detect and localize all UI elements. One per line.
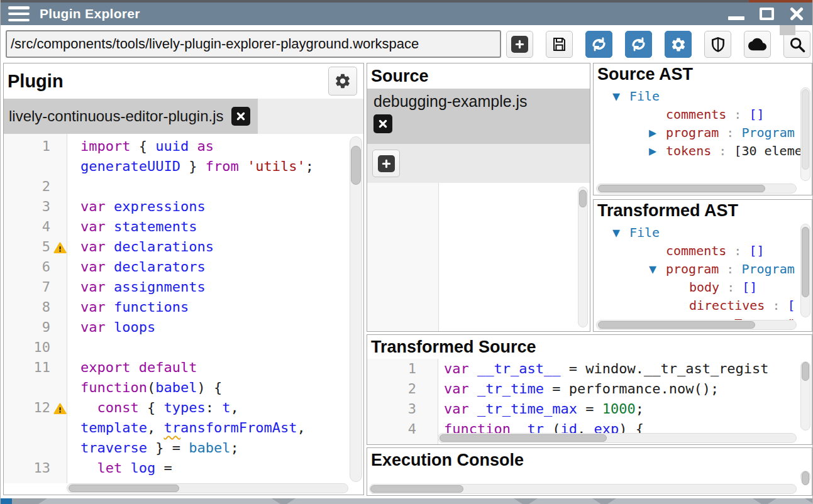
execution-console-title: Execution Console [371, 451, 524, 470]
collapse-icon[interactable]: ▼ [612, 224, 629, 242]
code-text: let log = [67, 458, 172, 478]
ast-node: comments : [] [594, 242, 800, 260]
line-number: 7 [4, 277, 67, 297]
plugin-tab-close-button[interactable] [231, 107, 250, 126]
tree-indent [649, 242, 666, 260]
line-number: 13 [4, 458, 67, 478]
source-tab-close-button[interactable] [373, 114, 392, 133]
background-tab[interactable] [607, 498, 761, 504]
background-tab[interactable] [768, 498, 813, 504]
tree-indent [672, 297, 689, 315]
code-line: 1import { uuid as [4, 136, 350, 156]
background-tab[interactable] [529, 498, 601, 504]
ast-key: program [666, 261, 719, 277]
source-tab-label: debugging-example.js [373, 92, 583, 111]
transformed-source-editor[interactable]: 1var __tr_ast__ = window.__tr_ast_regist… [367, 359, 800, 444]
cloud-button[interactable] [744, 31, 771, 58]
ast-node: ▼File [594, 87, 800, 106]
close-icon [235, 110, 247, 123]
taskbar-band [1, 498, 812, 504]
plugin-tab[interactable]: lively-continuous-editor-plugin.js [4, 99, 258, 134]
save-button[interactable] [546, 31, 573, 58]
scroll-thumb[interactable] [351, 146, 361, 185]
plugin-editor-vertical-scrollbar[interactable] [350, 136, 362, 482]
refresh-button[interactable] [625, 31, 652, 58]
ast-node: ▶program : Program [594, 124, 800, 142]
code-line: 11export default [4, 358, 350, 378]
line-number: 6 [4, 257, 67, 277]
scroll-thumb[interactable] [802, 362, 809, 381]
scrollbar-artifact [780, 25, 795, 35]
ast-node: ▶tokens : [30 elements] [594, 142, 800, 160]
refresh-button[interactable] [585, 31, 612, 58]
plugin-code-editor[interactable]: 1import { uuid asgenerateUUID } from 'ut… [4, 134, 350, 483]
source-tab-actions [367, 144, 590, 183]
source-ast-vertical-scrollbar[interactable] [800, 87, 810, 181]
warning-icon[interactable] [53, 240, 67, 253]
console-horizontal-scrollbar[interactable] [369, 484, 797, 494]
expand-icon[interactable]: ▶ [649, 124, 666, 142]
transformed-source-panel: Transformed Source 1var __tr_ast__ = win… [367, 334, 812, 445]
code-text: var loops [67, 317, 155, 337]
code-text: template, transformFromAst, [67, 418, 306, 438]
warning-icon[interactable] [53, 401, 67, 414]
menu-icon[interactable] [8, 6, 30, 21]
scroll-thumb[interactable] [370, 485, 463, 493]
scroll-thumb[interactable] [802, 227, 809, 297]
ast-value: [] [742, 280, 757, 295]
scroll-thumb[interactable] [598, 321, 755, 329]
scroll-thumb[interactable] [440, 434, 607, 442]
source-ast-title: Source AST [597, 65, 808, 84]
transformed-ast-tree: ▼File comments : []▼program : Program bo… [594, 224, 800, 320]
add-source-button[interactable] [372, 150, 400, 177]
line-number: 10 [4, 337, 67, 358]
code-line: generateUUID } from 'utils'; [4, 156, 350, 177]
transformed-source-vertical-scrollbar[interactable] [800, 361, 810, 430]
collapse-icon[interactable]: ▼ [612, 87, 629, 106]
transformed-ast-vertical-scrollbar[interactable] [800, 224, 810, 317]
source-editor-vertical-scrollbar[interactable] [578, 187, 588, 327]
scroll-thumb[interactable] [802, 89, 809, 170]
source-ast-horizontal-scrollbar[interactable] [596, 184, 797, 194]
ast-node: directives : [ [594, 297, 800, 315]
line-number [4, 438, 67, 458]
ast-key: body [689, 280, 719, 295]
scroll-thumb[interactable] [579, 190, 587, 207]
code-text: import { uuid as [67, 136, 214, 156]
maximize-button[interactable] [757, 5, 776, 23]
console-vertical-scrollbar[interactable] [800, 471, 810, 483]
code-text: traverse } = babel; [67, 438, 239, 458]
plugin-tab-bar: lively-continuous-editor-plugin.js [4, 99, 363, 134]
gear-button[interactable] [665, 31, 692, 58]
background-tab[interactable] [287, 498, 523, 504]
transformed-ast-horizontal-scrollbar[interactable] [596, 320, 797, 330]
plugin-settings-button[interactable] [328, 67, 357, 96]
background-tab[interactable] [38, 498, 280, 504]
scroll-thumb[interactable] [598, 185, 765, 192]
code-text: const { types: t, [67, 398, 239, 418]
transformed-source-horizontal-scrollbar[interactable] [438, 433, 797, 443]
line-number: 3 [4, 197, 67, 217]
line-number: 2 [4, 177, 67, 197]
code-line: 8var functions [4, 297, 350, 317]
source-tab[interactable]: debugging-example.js [367, 89, 590, 144]
collapse-icon[interactable]: ▼ [649, 260, 666, 278]
minimize-button[interactable] [727, 5, 746, 23]
expand-icon[interactable]: ▶ [649, 142, 666, 160]
scroll-thumb[interactable] [802, 471, 809, 485]
source-ast-tree: ▼File comments : []▶program : Program▶to… [594, 87, 800, 184]
code-line: 13 let log = [4, 458, 350, 478]
scroll-thumb[interactable] [69, 485, 179, 492]
plugin-editor-horizontal-scrollbar[interactable] [67, 483, 348, 493]
ast-separator: : [719, 125, 741, 140]
close-icon [377, 118, 389, 130]
path-input[interactable] [6, 30, 501, 58]
close-button[interactable] [787, 5, 806, 23]
plus-icon [511, 36, 528, 53]
shield-button[interactable] [704, 31, 731, 58]
ast-key: comments [666, 107, 726, 122]
shield-icon [710, 36, 726, 53]
source-code-editor[interactable] [367, 183, 590, 331]
add-button[interactable] [506, 31, 533, 58]
ast-node: sourceType : " [594, 315, 800, 320]
